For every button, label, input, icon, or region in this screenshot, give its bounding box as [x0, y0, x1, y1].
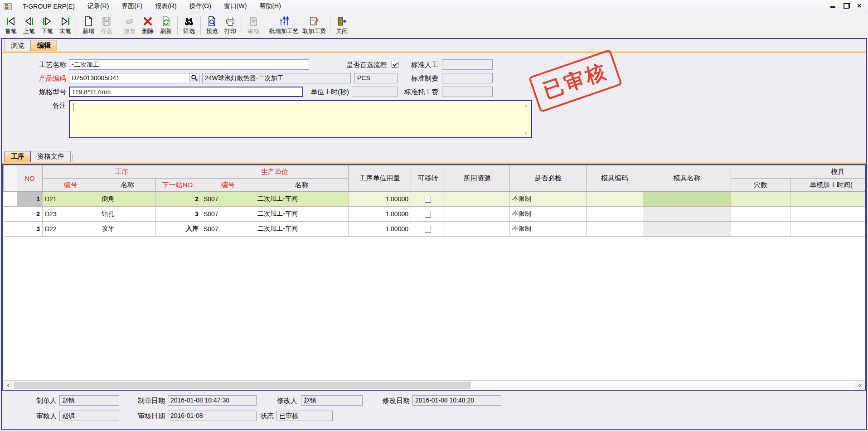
row-selector[interactable] [4, 222, 17, 237]
col-proc-code[interactable]: 编号 [43, 179, 99, 192]
tab-edit[interactable]: 编辑 [31, 40, 57, 51]
tab-process[interactable]: 工序 [5, 151, 31, 162]
cell-movable[interactable] [411, 222, 445, 237]
cell-no[interactable]: 1 [17, 192, 43, 207]
col-proc-name[interactable]: 名称 [99, 179, 156, 192]
print-button[interactable]: 打印 [221, 15, 239, 36]
cell-next-no[interactable]: 2 [156, 192, 201, 207]
cell-proc-code[interactable]: D21 [43, 192, 99, 207]
cell-mold-code[interactable] [587, 192, 643, 207]
cell-unit-code[interactable]: S007 [201, 207, 255, 222]
scrollbar-thumb[interactable] [14, 382, 471, 389]
cell-unit-name[interactable]: 二次加工-车间 [255, 207, 349, 222]
cell-cavities[interactable] [731, 192, 790, 207]
row-selector[interactable] [4, 192, 17, 207]
cell-next-no[interactable]: 3 [156, 207, 201, 222]
cell-cavities[interactable] [731, 207, 790, 222]
cell-no[interactable]: 3 [17, 222, 43, 237]
spec-input[interactable]: 119.8*117mm [69, 87, 303, 97]
product-code-input[interactable]: D250130005D41 [69, 73, 199, 83]
menu-operation[interactable]: 操作(O) [183, 0, 218, 12]
tab-browse[interactable]: 浏览 [5, 40, 31, 51]
cell-unit-name[interactable]: 二次加工-车间 [255, 222, 349, 237]
cell-mold-time[interactable] [790, 192, 866, 207]
col-cavities[interactable]: 穴数 [731, 179, 790, 192]
scroll-left-icon[interactable]: ‹ [3, 381, 13, 390]
cell-mold-time[interactable] [790, 222, 866, 237]
process-name-input[interactable]: -二次加工 [69, 59, 309, 70]
menu-window[interactable]: 窗口(W) [218, 0, 253, 12]
cell-qty[interactable]: 1.00000 [349, 192, 411, 207]
delete-button[interactable]: 删除 [139, 15, 157, 36]
remark-textarea[interactable]: ∧ ∨ [69, 100, 532, 138]
menu-record[interactable]: 记录(R) [81, 0, 115, 12]
cell-mold-time[interactable] [790, 207, 866, 222]
cell-next-no[interactable]: 入库 [156, 222, 201, 237]
movable-checkbox[interactable] [425, 226, 431, 232]
cell-proc-name[interactable]: 钻孔 [99, 207, 156, 222]
scroll-down-icon[interactable]: ∨ [524, 131, 529, 135]
filter-button[interactable]: 筛选 [180, 15, 198, 36]
cell-must-check[interactable]: 不限制 [510, 207, 587, 222]
cell-unit-code[interactable]: S007 [201, 192, 255, 207]
fetch-fee-button[interactable]: 取加工费 [301, 15, 328, 36]
close-icon[interactable]: × [857, 3, 863, 9]
movable-checkbox[interactable] [425, 196, 431, 203]
cell-proc-code[interactable]: D22 [43, 222, 99, 237]
prev-record-button[interactable]: 上笔 [20, 15, 38, 36]
col-mold-time[interactable]: 单模加工时间( [790, 179, 866, 192]
scroll-up-icon[interactable]: ∧ [524, 104, 529, 107]
scroll-right-icon[interactable]: › [855, 381, 865, 390]
col-mold-code[interactable]: 模具编码 [587, 165, 643, 192]
table-row[interactable]: 3 D22 攻牙 入库 S007 二次加工-车间 1.00000 不限制 [4, 222, 866, 237]
cell-proc-name[interactable]: 倒角 [99, 192, 156, 207]
cell-resource[interactable] [445, 222, 510, 237]
tab-qualification[interactable]: 资格文件 [31, 151, 71, 162]
new-button[interactable]: 新增 [79, 15, 97, 36]
restore-icon[interactable] [844, 3, 850, 9]
cell-proc-code[interactable]: D23 [43, 207, 99, 222]
close-form-button[interactable]: 关闭 [333, 15, 351, 36]
horizontal-scrollbar[interactable]: ‹ › [3, 380, 865, 390]
col-no[interactable]: NO [17, 165, 43, 192]
cell-cavities[interactable] [731, 222, 790, 237]
next-record-button[interactable]: 下笔 [38, 15, 56, 36]
cell-must-check[interactable]: 不限制 [510, 222, 587, 237]
table-row[interactable]: 2 D23 钻孔 3 S007 二次加工-车间 1.00000 不限制 [4, 207, 866, 222]
cell-unit-name[interactable]: 二次加工-车间 [255, 192, 349, 207]
cell-unit-code[interactable]: S007 [201, 222, 255, 237]
cell-movable[interactable] [411, 192, 445, 207]
col-unit-name[interactable]: 名称 [255, 179, 349, 192]
cell-proc-name[interactable]: 攻牙 [99, 222, 156, 237]
cell-mold-code[interactable] [587, 222, 643, 237]
cell-mold-name[interactable] [643, 192, 731, 207]
col-movable[interactable]: 可移转 [411, 165, 445, 192]
last-record-button[interactable]: 末笔 [56, 15, 74, 36]
col-must-check[interactable]: 是否必检 [510, 165, 587, 192]
cell-qty[interactable]: 1.00000 [349, 207, 411, 222]
menu-app[interactable]: T-GROUP ERP(E) [16, 1, 81, 12]
movable-checkbox[interactable] [425, 211, 431, 218]
preferred-flow-checkbox[interactable] [392, 61, 398, 68]
first-record-button[interactable]: 首笔 [2, 15, 20, 36]
cell-no[interactable]: 2 [17, 207, 43, 222]
batch-add-process-button[interactable]: 批增加工艺 [267, 15, 301, 36]
product-lookup-button[interactable] [189, 73, 199, 82]
menu-interface[interactable]: 界面(F) [115, 0, 149, 12]
col-mold-name[interactable]: 模具名称 [643, 165, 731, 192]
cell-mold-code[interactable] [587, 207, 643, 222]
cell-resource[interactable] [445, 207, 510, 222]
col-unit-code[interactable]: 编号 [201, 179, 255, 192]
table-row-selected[interactable]: 1 D21 倒角 2 S007 二次加工-车间 1.00000 不限制 [4, 192, 866, 207]
col-qty[interactable]: 工序单位用量 [349, 165, 411, 192]
menu-help[interactable]: 帮助(H) [253, 0, 287, 12]
row-selector[interactable] [4, 207, 17, 222]
cell-mold-name[interactable] [643, 207, 731, 222]
cell-qty[interactable]: 1.00000 [349, 222, 411, 237]
preview-button[interactable]: 预览 [203, 15, 221, 36]
cell-resource[interactable] [445, 192, 510, 207]
menu-report[interactable]: 报表(R) [149, 0, 183, 12]
refresh-button[interactable]: 刷新 [157, 15, 175, 36]
cell-mold-name[interactable] [643, 222, 731, 237]
cell-must-check[interactable]: 不限制 [510, 192, 587, 207]
